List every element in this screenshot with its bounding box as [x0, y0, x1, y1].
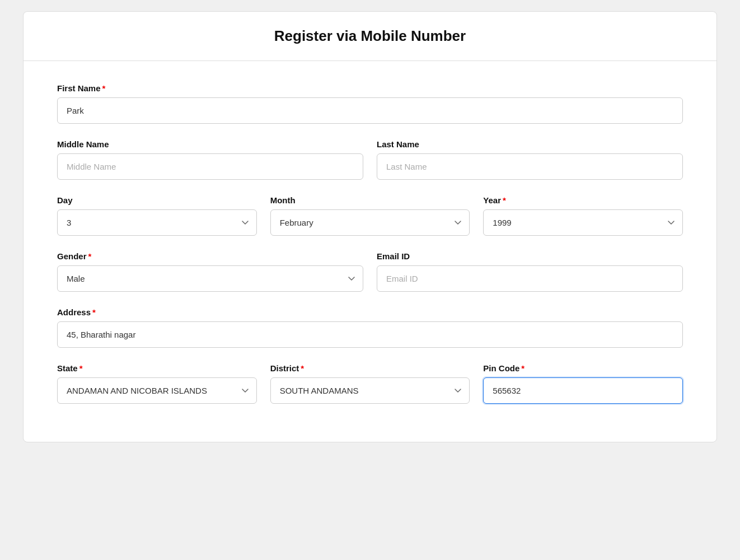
- last-name-input[interactable]: [377, 153, 683, 180]
- middle-name-input[interactable]: [57, 153, 363, 180]
- pin-code-label: Pin Code*: [483, 363, 683, 373]
- month-select[interactable]: January February March April May June Ju…: [270, 209, 470, 236]
- year-group: Year* 1999 2000 1998: [483, 195, 683, 236]
- month-group: Month January February March April May J…: [270, 195, 470, 236]
- gender-email-group: Gender* Male Female Other Email ID: [57, 251, 683, 292]
- required-indicator: *: [102, 83, 106, 93]
- middle-name-label: Middle Name: [57, 139, 363, 149]
- last-name-label: Last Name: [377, 139, 683, 149]
- required-indicator: *: [503, 195, 506, 205]
- day-label: Day: [57, 195, 257, 205]
- district-group: District* SOUTH ANDAMANS NORTH ANDAMANS: [270, 363, 470, 404]
- month-label: Month: [270, 195, 470, 205]
- last-name-group: Last Name: [377, 139, 683, 180]
- district-label: District*: [270, 363, 470, 373]
- registration-form: Register via Mobile Number First Name* M…: [23, 11, 717, 442]
- day-group: Day 3 1 2 4 5: [57, 195, 257, 236]
- required-indicator: *: [521, 363, 524, 373]
- first-name-label: First Name*: [57, 83, 683, 93]
- address-input[interactable]: [57, 321, 683, 348]
- state-group: State* ANDAMAN AND NICOBAR ISLANDS ANDHR…: [57, 363, 257, 404]
- first-name-input[interactable]: [57, 97, 683, 124]
- middle-name-group: Middle Name: [57, 139, 363, 180]
- form-body: First Name* Middle Name Last Name Day 3 …: [24, 61, 716, 442]
- gender-label: Gender*: [57, 251, 363, 261]
- required-indicator: *: [92, 307, 96, 317]
- year-select[interactable]: 1999 2000 1998: [483, 209, 683, 236]
- required-indicator: *: [79, 363, 83, 373]
- address-label: Address*: [57, 307, 683, 317]
- form-header: Register via Mobile Number: [24, 12, 716, 61]
- email-group: Email ID: [377, 251, 683, 292]
- gender-group: Gender* Male Female Other: [57, 251, 363, 292]
- email-input[interactable]: [377, 265, 683, 292]
- gender-select[interactable]: Male Female Other: [57, 265, 363, 292]
- location-group: State* ANDAMAN AND NICOBAR ISLANDS ANDHR…: [57, 363, 683, 404]
- pin-code-input[interactable]: [483, 377, 683, 404]
- state-select[interactable]: ANDAMAN AND NICOBAR ISLANDS ANDHRA PRADE…: [57, 377, 257, 404]
- required-indicator: *: [301, 363, 304, 373]
- middle-last-name-group: Middle Name Last Name: [57, 139, 683, 180]
- day-select[interactable]: 3 1 2 4 5: [57, 209, 257, 236]
- first-name-group: First Name*: [57, 83, 683, 124]
- address-group: Address*: [57, 307, 683, 348]
- pin-code-group: Pin Code*: [483, 363, 683, 404]
- state-label: State*: [57, 363, 257, 373]
- year-label: Year*: [483, 195, 683, 205]
- email-label: Email ID: [377, 251, 683, 261]
- district-select[interactable]: SOUTH ANDAMANS NORTH ANDAMANS: [270, 377, 470, 404]
- required-indicator: *: [88, 251, 92, 261]
- page-title: Register via Mobile Number: [35, 27, 705, 45]
- dob-group: Day 3 1 2 4 5 Month January February Mar…: [57, 195, 683, 236]
